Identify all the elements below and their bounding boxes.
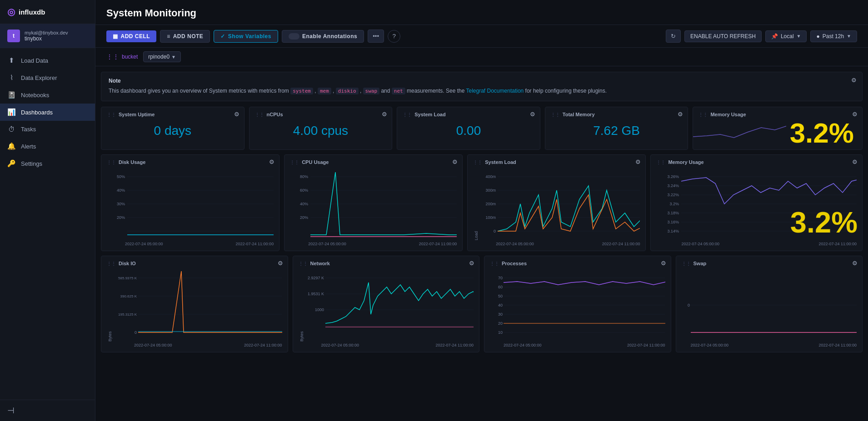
svg-text:2.9297 K: 2.9297 K — [307, 276, 324, 280]
avatar: t — [7, 30, 20, 42]
y-axis-label-bytes-net: Bytes — [299, 269, 305, 342]
swap-chart-area: 0 — [682, 269, 857, 342]
swap-svg: 0 — [682, 269, 857, 342]
chart-card-title: ⋮⋮ System Load — [473, 159, 640, 165]
stat-card-gear-icon[interactable]: ⚙ — [530, 111, 535, 118]
variable-bucket-label: ⋮⋮ bucket — [106, 53, 138, 60]
timezone-selector[interactable]: 📌 Local ▼ — [765, 30, 807, 42]
sidebar-item-notebooks[interactable]: 📓 Notebooks — [0, 86, 95, 104]
chevron-down-icon: ▼ — [171, 54, 176, 59]
sidebar-item-label: Alerts — [21, 143, 36, 150]
add-note-icon: ≡ — [167, 33, 170, 40]
chart-time-labels: 2022-07-24 05:00:00 2022-07-24 11:00:00 — [321, 343, 474, 347]
tasks-icon: ⏱ — [7, 125, 15, 133]
svg-text:3.2%: 3.2% — [670, 202, 679, 206]
chart-card-disk-usage: ⋮⋮ Disk Usage ⚙ 50% 40% 30 — [101, 154, 279, 251]
chart-time-labels: 2022-07-24 05:00:00 2022-07-24 11:00:00 — [308, 242, 457, 246]
more-options-button[interactable]: ••• — [368, 30, 384, 43]
chart-card-title: ⋮⋮ Processes — [490, 261, 665, 266]
drag-handle-icon: ⋮⋮ — [490, 261, 499, 266]
svg-text:3.18%: 3.18% — [668, 211, 679, 215]
chart-card-swap: ⋮⋮ Swap ⚙ 0 2022-07-24 05:00:00 2022-07- — [676, 256, 863, 352]
stat-card-title: ⋮⋮ Memory Usage — [698, 112, 857, 117]
svg-text:60: 60 — [498, 285, 503, 289]
processes-chart-area: 70 60 50 40 30 20 10 — [490, 269, 665, 342]
svg-text:20%: 20% — [300, 215, 308, 220]
note-gear-icon[interactable]: ⚙ — [851, 77, 857, 84]
code-net: net — [392, 88, 405, 94]
help-button[interactable]: ? — [388, 30, 400, 43]
chart-card-title: ⋮⋮ Memory Usage — [656, 159, 857, 165]
enable-annotations-button[interactable]: Enable Annotations — [282, 30, 364, 43]
sidebar-item-alerts[interactable]: 🔔 Alerts — [0, 138, 95, 155]
network-svg: 2.9297 K 1.9531 K 1000 — [305, 269, 474, 342]
sidebar-item-load-data[interactable]: ⬆ Load Data — [0, 52, 95, 69]
variables-bar: ⋮⋮ bucket rpinode0 ▼ — [95, 48, 868, 66]
cpu-usage-gear-icon[interactable]: ⚙ — [452, 158, 458, 165]
svg-text:80%: 80% — [300, 174, 308, 179]
sidebar-item-label: Data Explorer — [21, 74, 57, 81]
drag-handle-icon: ⋮⋮ — [682, 261, 691, 266]
chart-card-title: ⋮⋮ Disk IO — [107, 261, 282, 266]
processes-gear-icon[interactable]: ⚙ — [661, 260, 666, 267]
sidebar: ◎ influxdb t mykal@tinybox.dev tinybox ⬆… — [0, 0, 95, 421]
drag-handle-icon: ⋮⋮ — [473, 160, 482, 165]
notebook-icon: 📓 — [7, 91, 15, 99]
swap-gear-icon[interactable]: ⚙ — [852, 260, 858, 267]
note-panel: Note ⚙ This dashboard gives you an overv… — [101, 72, 863, 101]
drag-handle-icon: ⋮⋮ — [656, 160, 665, 165]
refresh-button[interactable]: ↻ — [666, 30, 681, 43]
sidebar-collapse-button[interactable]: ⊣ — [7, 406, 15, 415]
svg-text:1000: 1000 — [314, 307, 324, 312]
telegraf-docs-link[interactable]: Telegraf Documentation — [466, 88, 524, 94]
svg-text:40%: 40% — [300, 202, 308, 206]
svg-text:3.14%: 3.14% — [668, 229, 679, 233]
sidebar-user[interactable]: t mykal@tinybox.dev tinybox — [0, 24, 95, 48]
explore-icon: ⌇ — [7, 74, 15, 82]
dashboard-content: Note ⚙ This dashboard gives you an overv… — [95, 66, 868, 421]
stat-card-title: ⋮⋮ Total Memory — [551, 112, 683, 117]
stat-card-gear-icon[interactable]: ⚙ — [234, 111, 239, 118]
cpu-usage-svg: 80% 60% 40% 20% — [290, 168, 457, 240]
add-cell-button[interactable]: ▦ ADD CELL — [106, 30, 156, 42]
svg-text:0: 0 — [494, 229, 496, 233]
memory-big-value: 3.2% — [790, 208, 858, 237]
enable-auto-refresh-button[interactable]: ENABLE AUTO REFRESH — [684, 30, 762, 42]
charts-row-2: ⋮⋮ Disk IO ⚙ Bytes 585.9375 K 390.625 K … — [101, 256, 863, 352]
svg-text:30%: 30% — [117, 202, 125, 206]
svg-text:20: 20 — [498, 321, 503, 326]
show-variables-button[interactable]: ✓ Show Variables — [214, 30, 278, 43]
cpu-usage-chart-area: 80% 60% 40% 20% — [290, 168, 457, 240]
stat-card-gear-icon[interactable]: ⚙ — [382, 111, 387, 118]
stat-value-total-memory: 7.62 GB — [551, 120, 683, 142]
sidebar-item-label: Load Data — [21, 57, 48, 64]
variable-bucket-select[interactable]: rpinode0 ▼ — [143, 51, 181, 62]
sidebar-item-data-explorer[interactable]: ⌇ Data Explorer — [0, 69, 95, 86]
sidebar-item-settings[interactable]: 🔑 Settings — [0, 155, 95, 172]
stat-card-title: ⋮⋮ System Uptime — [107, 112, 239, 117]
time-range-selector[interactable]: ● Past 12h ▼ — [810, 30, 857, 42]
sidebar-item-dashboards[interactable]: 📊 Dashboards — [0, 104, 95, 121]
stat-card-gear-icon[interactable]: ⚙ — [678, 111, 683, 118]
disk-io-gear-icon[interactable]: ⚙ — [278, 260, 283, 267]
stat-value-system-load: 0.00 — [403, 120, 534, 142]
network-gear-icon[interactable]: ⚙ — [469, 260, 474, 267]
disk-usage-gear-icon[interactable]: ⚙ — [269, 158, 274, 165]
memory-usage-gear-icon[interactable]: ⚙ — [852, 111, 858, 118]
chart-card-cpu-usage: ⋮⋮ CPU Usage ⚙ 80% 60% 40% 20% — [284, 154, 463, 251]
disk-io-svg: 585.9375 K 390.625 K 195.3125 K 0 — [113, 269, 282, 342]
svg-text:200m: 200m — [486, 202, 496, 206]
chart-card-title: ⋮⋮ Disk Usage — [107, 159, 274, 165]
svg-text:0: 0 — [687, 303, 689, 307]
sidebar-item-tasks[interactable]: ⏱ Tasks — [0, 121, 95, 138]
chart-card-memory-usage-full: ⋮⋮ Memory Usage ⚙ 3.26% 3.24% — [650, 154, 863, 251]
chart-time-labels: 2022-07-24 05:00:00 2022-07-24 11:00:00 — [125, 242, 274, 246]
add-note-button[interactable]: ≡ ADD NOTE — [160, 30, 210, 43]
note-title: Note — [109, 78, 855, 84]
chart-card-title: ⋮⋮ CPU Usage — [290, 159, 457, 165]
system-load-chart-gear-icon[interactable]: ⚙ — [635, 158, 641, 165]
memory-usage-full-gear-icon[interactable]: ⚙ — [852, 158, 858, 165]
stat-card-title: ⋮⋮ System Load — [403, 112, 534, 117]
svg-text:20%: 20% — [117, 215, 125, 220]
stat-card-title: ⋮⋮ nCPUs — [255, 112, 387, 117]
